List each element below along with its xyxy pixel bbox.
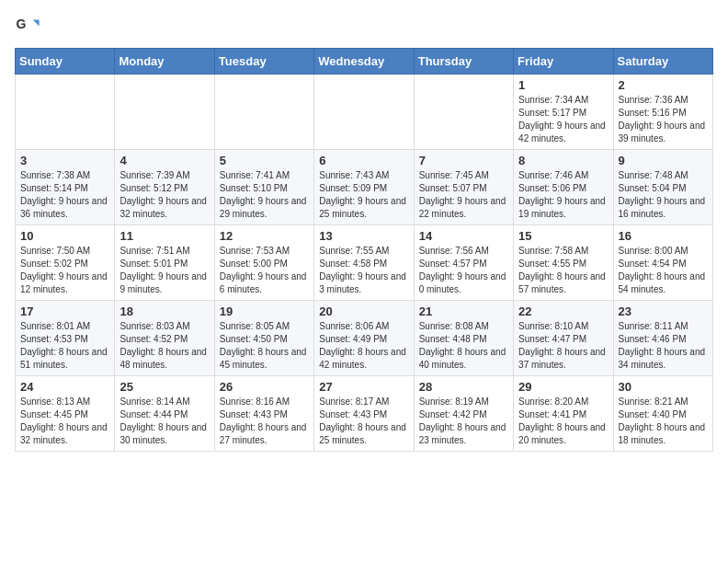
day-number: 6 (319, 154, 408, 167)
day-info: Sunrise: 8:03 AM Sunset: 4:52 PM Dayligh… (119, 320, 209, 372)
day-info: Sunrise: 8:08 AM Sunset: 4:48 PM Dayligh… (419, 320, 508, 372)
day-number: 1 (518, 78, 608, 92)
calendar-cell: 6Sunrise: 7:43 AM Sunset: 5:09 PM Daylig… (314, 150, 414, 225)
day-info: Sunrise: 7:41 AM Sunset: 5:10 PM Dayligh… (220, 169, 309, 221)
calendar-cell: 17Sunrise: 8:01 AM Sunset: 4:53 PM Dayli… (16, 301, 115, 376)
day-number: 12 (220, 229, 309, 243)
day-header-wednesday: Wednesday (314, 49, 414, 75)
calendar-cell (414, 75, 513, 150)
day-info: Sunrise: 8:20 AM Sunset: 4:41 PM Dayligh… (518, 396, 608, 447)
day-info: Sunrise: 7:55 AM Sunset: 4:58 PM Dayligh… (319, 245, 408, 296)
calendar-week-row: 1Sunrise: 7:34 AM Sunset: 5:17 PM Daylig… (16, 75, 713, 150)
day-info: Sunrise: 7:56 AM Sunset: 4:57 PM Dayligh… (419, 245, 508, 296)
day-number: 8 (518, 154, 608, 167)
day-info: Sunrise: 7:38 AM Sunset: 5:14 PM Dayligh… (20, 169, 109, 221)
calendar-cell: 26Sunrise: 8:16 AM Sunset: 4:43 PM Dayli… (214, 376, 313, 452)
calendar-cell: 5Sunrise: 7:41 AM Sunset: 5:10 PM Daylig… (214, 150, 313, 225)
day-info: Sunrise: 7:39 AM Sunset: 5:12 PM Dayligh… (119, 169, 209, 221)
day-info: Sunrise: 7:34 AM Sunset: 5:17 PM Dayligh… (518, 94, 608, 145)
day-number: 10 (20, 229, 109, 243)
calendar-header-row: SundayMondayTuesdayWednesdayThursdayFrid… (16, 49, 713, 75)
day-number: 3 (20, 154, 109, 167)
day-number: 23 (619, 304, 708, 318)
day-info: Sunrise: 8:10 AM Sunset: 4:47 PM Dayligh… (518, 320, 608, 372)
calendar-cell: 13Sunrise: 7:55 AM Sunset: 4:58 PM Dayli… (314, 225, 414, 301)
day-number: 14 (419, 229, 508, 243)
day-number: 19 (220, 304, 309, 318)
calendar-cell: 20Sunrise: 8:06 AM Sunset: 4:49 PM Dayli… (314, 301, 414, 376)
page-header: G (15, 15, 713, 40)
calendar-cell: 2Sunrise: 7:36 AM Sunset: 5:16 PM Daylig… (613, 75, 712, 150)
day-info: Sunrise: 7:46 AM Sunset: 5:06 PM Dayligh… (518, 169, 608, 221)
calendar-cell (115, 75, 214, 150)
calendar-cell: 3Sunrise: 7:38 AM Sunset: 5:14 PM Daylig… (16, 150, 115, 225)
day-header-sunday: Sunday (16, 49, 115, 75)
calendar-cell: 15Sunrise: 7:58 AM Sunset: 4:55 PM Dayli… (514, 225, 613, 301)
calendar-cell: 8Sunrise: 7:46 AM Sunset: 5:06 PM Daylig… (514, 150, 613, 225)
day-number: 16 (619, 229, 708, 243)
calendar: SundayMondayTuesdayWednesdayThursdayFrid… (15, 48, 713, 452)
calendar-cell: 22Sunrise: 8:10 AM Sunset: 4:47 PM Dayli… (514, 301, 613, 376)
day-info: Sunrise: 7:45 AM Sunset: 5:07 PM Dayligh… (419, 169, 508, 221)
day-info: Sunrise: 7:51 AM Sunset: 5:01 PM Dayligh… (119, 245, 209, 296)
calendar-cell: 24Sunrise: 8:13 AM Sunset: 4:45 PM Dayli… (16, 376, 115, 452)
calendar-cell: 19Sunrise: 8:05 AM Sunset: 4:50 PM Dayli… (214, 301, 313, 376)
calendar-cell: 29Sunrise: 8:20 AM Sunset: 4:41 PM Dayli… (514, 376, 613, 452)
day-number: 25 (119, 380, 209, 394)
day-number: 13 (319, 229, 408, 243)
day-info: Sunrise: 8:11 AM Sunset: 4:46 PM Dayligh… (619, 320, 708, 372)
day-number: 4 (119, 154, 209, 167)
day-info: Sunrise: 7:36 AM Sunset: 5:16 PM Dayligh… (619, 94, 708, 145)
day-number: 9 (619, 154, 708, 167)
day-number: 5 (220, 154, 309, 167)
day-number: 15 (518, 229, 608, 243)
day-info: Sunrise: 8:13 AM Sunset: 4:45 PM Dayligh… (20, 396, 109, 447)
day-number: 2 (619, 78, 708, 92)
day-number: 7 (419, 154, 508, 167)
day-header-monday: Monday (115, 49, 214, 75)
day-info: Sunrise: 7:43 AM Sunset: 5:09 PM Dayligh… (319, 169, 408, 221)
day-header-thursday: Thursday (414, 49, 513, 75)
calendar-cell: 9Sunrise: 7:48 AM Sunset: 5:04 PM Daylig… (613, 150, 712, 225)
calendar-cell: 11Sunrise: 7:51 AM Sunset: 5:01 PM Dayli… (115, 225, 214, 301)
day-number: 17 (20, 304, 109, 318)
calendar-week-row: 24Sunrise: 8:13 AM Sunset: 4:45 PM Dayli… (16, 376, 713, 452)
day-header-friday: Friday (514, 49, 613, 75)
day-number: 22 (518, 304, 608, 318)
svg-text:G: G (16, 17, 26, 31)
calendar-cell: 10Sunrise: 7:50 AM Sunset: 5:02 PM Dayli… (16, 225, 115, 301)
calendar-week-row: 10Sunrise: 7:50 AM Sunset: 5:02 PM Dayli… (16, 225, 713, 301)
calendar-cell: 12Sunrise: 7:53 AM Sunset: 5:00 PM Dayli… (214, 225, 313, 301)
logo: G (15, 15, 44, 40)
day-info: Sunrise: 8:21 AM Sunset: 4:40 PM Dayligh… (619, 396, 708, 447)
day-info: Sunrise: 7:48 AM Sunset: 5:04 PM Dayligh… (619, 169, 708, 221)
calendar-cell (314, 75, 414, 150)
day-info: Sunrise: 8:17 AM Sunset: 4:43 PM Dayligh… (319, 396, 408, 447)
day-number: 21 (419, 304, 508, 318)
day-number: 27 (319, 380, 408, 394)
day-info: Sunrise: 8:05 AM Sunset: 4:50 PM Dayligh… (220, 320, 309, 372)
day-info: Sunrise: 8:00 AM Sunset: 4:54 PM Dayligh… (619, 245, 708, 296)
day-header-saturday: Saturday (613, 49, 712, 75)
calendar-cell: 30Sunrise: 8:21 AM Sunset: 4:40 PM Dayli… (613, 376, 712, 452)
day-number: 30 (619, 380, 708, 394)
day-number: 26 (220, 380, 309, 394)
day-info: Sunrise: 8:14 AM Sunset: 4:44 PM Dayligh… (119, 396, 209, 447)
day-number: 28 (419, 380, 508, 394)
day-number: 11 (119, 229, 209, 243)
calendar-cell: 1Sunrise: 7:34 AM Sunset: 5:17 PM Daylig… (514, 75, 613, 150)
day-number: 18 (119, 304, 209, 318)
day-info: Sunrise: 8:19 AM Sunset: 4:42 PM Dayligh… (419, 396, 508, 447)
calendar-cell (16, 75, 115, 150)
logo-icon: G (15, 15, 40, 40)
calendar-cell: 27Sunrise: 8:17 AM Sunset: 4:43 PM Dayli… (314, 376, 414, 452)
calendar-cell: 23Sunrise: 8:11 AM Sunset: 4:46 PM Dayli… (613, 301, 712, 376)
calendar-cell (214, 75, 313, 150)
day-info: Sunrise: 8:16 AM Sunset: 4:43 PM Dayligh… (220, 396, 309, 447)
day-number: 24 (20, 380, 109, 394)
day-info: Sunrise: 8:01 AM Sunset: 4:53 PM Dayligh… (20, 320, 109, 372)
calendar-cell: 7Sunrise: 7:45 AM Sunset: 5:07 PM Daylig… (414, 150, 513, 225)
day-number: 29 (518, 380, 608, 394)
calendar-week-row: 17Sunrise: 8:01 AM Sunset: 4:53 PM Dayli… (16, 301, 713, 376)
day-info: Sunrise: 8:06 AM Sunset: 4:49 PM Dayligh… (319, 320, 408, 372)
